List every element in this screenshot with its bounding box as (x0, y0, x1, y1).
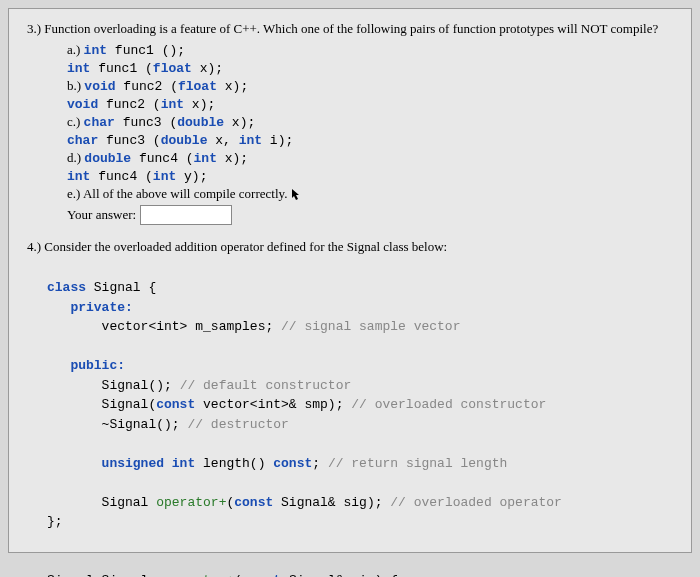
code-text: x, (207, 133, 238, 148)
kw-float: float (178, 79, 217, 94)
code-text: func3 ( (106, 133, 161, 148)
cursor-icon (291, 188, 301, 202)
code-text: x); (224, 115, 255, 130)
code-text: func3 ( (123, 115, 178, 130)
comment: // signal sample vector (281, 319, 460, 334)
your-answer-row: Your answer: (67, 205, 673, 225)
kw-double: double (84, 151, 139, 166)
kw-int: int (67, 169, 98, 184)
code-text: y); (176, 169, 207, 184)
q4-code: class Signal { private: vector<int> m_sa… (47, 259, 673, 577)
q3-option-d: d.) double func4 (int x); (67, 149, 673, 168)
kw-const: const (234, 495, 273, 510)
q3-option-c: c.) char func3 (double x); (67, 113, 673, 132)
kw-int: int (84, 43, 115, 58)
comment: // destructor (187, 417, 288, 432)
kw-int: int (67, 61, 98, 76)
code-text: ; (312, 456, 328, 471)
code-text: }; (47, 514, 63, 529)
option-label: c.) (67, 114, 80, 129)
kw-double: double (177, 115, 224, 130)
kw-int: int (194, 151, 217, 166)
option-label: b.) (67, 78, 81, 93)
question-4: 4.) Consider the overloaded addition ope… (27, 239, 673, 577)
kw-int: int (153, 169, 176, 184)
code-text: func4 ( (98, 169, 153, 184)
code-text: ~Signal(); (102, 417, 188, 432)
code-text: x); (217, 151, 248, 166)
your-answer-label: Your answer: (67, 207, 136, 223)
comment: // overloaded constructor (351, 397, 546, 412)
kw-int: int (239, 133, 262, 148)
kw-public: public: (70, 358, 125, 373)
comment: // overloaded operator (390, 495, 562, 510)
kw-const: const (242, 573, 281, 577)
kw-const: const (156, 397, 195, 412)
question-3: 3.) Function overloading is a feature of… (27, 21, 673, 225)
kw-class: class (47, 280, 94, 295)
q3-option-a: a.) int func1 (); (67, 41, 673, 60)
q3-d-line2: int func4 (int y); (67, 168, 673, 186)
kw-float: float (153, 61, 192, 76)
kw-const: const (273, 456, 312, 471)
code-text: func1 ( (98, 61, 153, 76)
code-text: Signal( (102, 397, 157, 412)
kw-double: double (161, 133, 208, 148)
q3-a-line2: int func1 (float x); (67, 60, 673, 78)
q4-prompt: 4.) Consider the overloaded addition ope… (27, 239, 673, 255)
code-text: x); (192, 61, 223, 76)
option-label: e.) (67, 186, 80, 201)
q3-b-line2: void func2 (int x); (67, 96, 673, 114)
code-text: func4 ( (139, 151, 194, 166)
q3-option-b: b.) void func2 (float x); (67, 77, 673, 96)
kw-void: void (67, 97, 106, 112)
code-text: x); (217, 79, 248, 94)
code-text: x); (184, 97, 215, 112)
kw-char: char (84, 115, 123, 130)
code-text: Signal { (94, 280, 156, 295)
code-text: vector<int> m_samples; (102, 319, 281, 334)
code-text: Signal (102, 495, 157, 510)
kw-int: int (161, 97, 184, 112)
option-label: a.) (67, 42, 80, 57)
kw-operator: operator+ (164, 573, 234, 577)
kw-operator: operator+ (156, 495, 226, 510)
comment: // default constructor (180, 378, 352, 393)
comment: // return signal length (328, 456, 507, 471)
code-text: func1 (); (115, 43, 185, 58)
kw-void: void (84, 79, 123, 94)
code-text: ( (234, 573, 242, 577)
option-label: d.) (67, 150, 81, 165)
code-text: length() (195, 456, 273, 471)
kw-char: char (67, 133, 106, 148)
kw-unsigned-int: unsigned int (102, 456, 196, 471)
code-text: Signal& sig); (273, 495, 390, 510)
code-text: Signal(); (102, 378, 180, 393)
code-text: func2 ( (123, 79, 178, 94)
code-text: func2 ( (106, 97, 161, 112)
q3-prompt: 3.) Function overloading is a feature of… (27, 21, 673, 37)
code-text: vector<int>& smp); (195, 397, 351, 412)
q3-c-line2: char func3 (double x, int i); (67, 132, 673, 150)
q3-option-e: e.) All of the above will compile correc… (67, 185, 673, 203)
code-text: i); (262, 133, 293, 148)
kw-private: private: (70, 300, 132, 315)
code-text: Signal& sig) { (281, 573, 398, 577)
answer-input[interactable] (140, 205, 232, 225)
option-text: All of the above will compile correctly. (80, 186, 290, 201)
document-page: 3.) Function overloading is a feature of… (8, 8, 692, 553)
code-text: Signal Signal:: (47, 573, 164, 577)
